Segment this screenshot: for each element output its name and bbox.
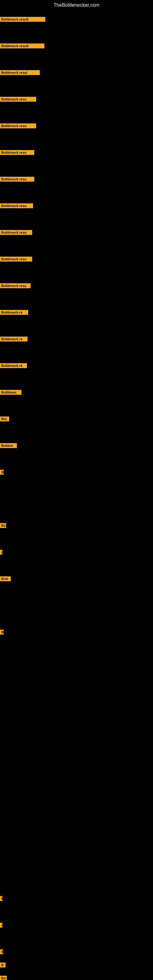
- bottleneck-label: Bottleneck resu: [0, 177, 34, 181]
- bottleneck-bar-row: Bottleneck resu: [0, 177, 34, 181]
- bottleneck-bar-row: Bottleneck result: [0, 17, 45, 22]
- bottleneck-bar-row: Bottleneck resu: [0, 230, 32, 235]
- bottleneck-bar-row: B: [0, 470, 4, 475]
- bottleneck-label: Bott: [0, 576, 11, 581]
- bottleneck-label: Bottleneck resu: [0, 150, 34, 155]
- bottleneck-bar-row: |: [0, 923, 2, 928]
- bottleneck-label: |: [0, 923, 2, 928]
- bottleneck-bar-row: Bottleneck re: [0, 363, 27, 368]
- bottleneck-bar-row: Bott: [0, 576, 11, 581]
- site-title: TheBottlenecker.com: [0, 0, 153, 10]
- bottleneck-label: Bottleneck re: [0, 310, 28, 315]
- bottleneck-bar-row: Bo: [0, 976, 7, 980]
- bottleneck-label: Bottleneck resu: [0, 230, 32, 235]
- bottleneck-bar-row: Bottleneck resu: [0, 204, 33, 208]
- bottleneck-bar-row: |: [0, 550, 2, 555]
- bottleneck-label: Bo: [0, 976, 7, 980]
- bottleneck-bar-row: B: [0, 950, 3, 954]
- bottleneck-label: B: [0, 896, 2, 901]
- bottleneck-label: B: [0, 630, 4, 635]
- bottleneck-bar-row: Bottleneck re: [0, 337, 27, 342]
- bottleneck-bar-row: Bottleneck result: [0, 43, 45, 48]
- bottleneck-label: Bottlen: [0, 443, 17, 448]
- bottleneck-bar-row: Bottleneck resu: [0, 97, 36, 102]
- bottleneck-bar-row: Bottleneck re: [0, 310, 28, 315]
- bottleneck-label: Bottleneck result: [0, 17, 45, 22]
- bottleneck-bar-row: Bottlen: [0, 443, 17, 448]
- bottleneck-bar-row: Bottleneck resul: [0, 70, 40, 75]
- bottleneck-bar-row: B: [0, 896, 2, 901]
- bottleneck-label: Bottleneck re: [0, 363, 27, 368]
- bottleneck-label: Bottleneck resul: [0, 70, 40, 75]
- bottleneck-label: B: [0, 963, 5, 967]
- bottleneck-bar-row: Bottlenec: [0, 390, 21, 395]
- bottleneck-bar-row: Bottleneck resu: [0, 257, 32, 261]
- bottleneck-label: Bottlenec: [0, 390, 21, 395]
- bottleneck-label: Bottleneck re: [0, 337, 27, 342]
- bottleneck-label: Bot: [0, 417, 9, 422]
- bottleneck-bar-row: B: [0, 963, 5, 967]
- bottleneck-label: Bottleneck resu: [0, 97, 36, 102]
- bottleneck-label: Bottleneck resu: [0, 257, 32, 261]
- bottleneck-bar-row: Bottleneck resu: [0, 123, 36, 128]
- bottleneck-bar-row: Bottleneck resu: [0, 150, 34, 155]
- bottleneck-label: Bottleneck resu: [0, 283, 30, 288]
- bottleneck-bar-row: Bottleneck resu: [0, 283, 30, 288]
- bottleneck-label: B: [0, 950, 3, 954]
- bottleneck-label: Bo: [0, 523, 6, 528]
- bottleneck-label: Bottleneck resu: [0, 123, 36, 128]
- bottleneck-label: |: [0, 550, 2, 555]
- bottleneck-bar-row: B: [0, 630, 4, 635]
- bottleneck-label: Bottleneck resu: [0, 204, 33, 208]
- bottleneck-bar-row: Bot: [0, 417, 9, 422]
- bottleneck-bar-row: Bo: [0, 523, 6, 528]
- bottleneck-label: Bottleneck result: [0, 43, 45, 48]
- bottleneck-label: B: [0, 470, 4, 475]
